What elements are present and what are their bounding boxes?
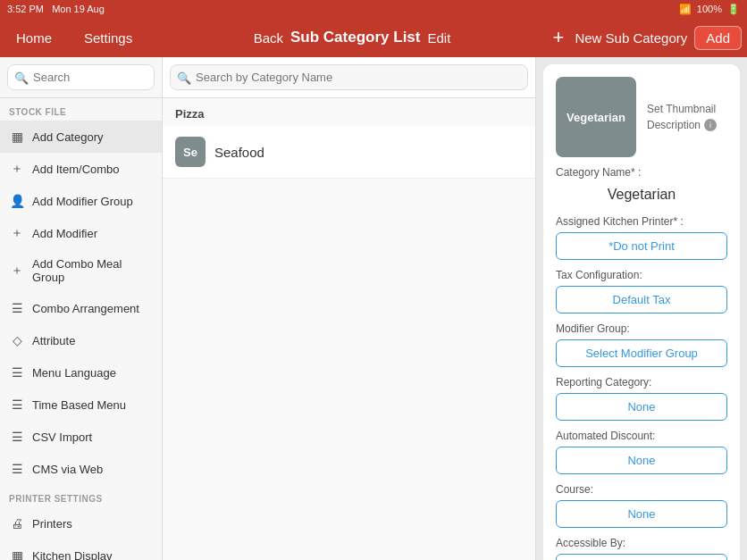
sidebar-item-printers[interactable]: 🖨 Printers bbox=[0, 507, 162, 539]
sidebar-item-csv-import[interactable]: ☰ CSV Import bbox=[0, 421, 162, 453]
category-name-display: Vegetarian bbox=[556, 183, 727, 206]
category-item-seafood[interactable]: Se Seafood bbox=[163, 126, 535, 179]
accessible-by-button[interactable]: All Account bbox=[556, 554, 727, 560]
reporting-category-button[interactable]: None bbox=[556, 393, 727, 421]
thumbnail-section: Vegetarian Set Thumbnail Description i bbox=[556, 77, 727, 157]
settings-button[interactable]: Settings bbox=[77, 27, 139, 49]
course-label: Course: bbox=[556, 483, 727, 496]
right-panel: Vegetarian Set Thumbnail Description i C… bbox=[536, 57, 747, 560]
middle-search-input[interactable] bbox=[170, 64, 528, 90]
add-modifier-icon: ＋ bbox=[9, 225, 25, 241]
add-button[interactable]: Add bbox=[694, 26, 742, 50]
modifier-group-label: Modifier Group: bbox=[556, 322, 727, 335]
info-icon: i bbox=[704, 119, 717, 131]
auto-discount-label: Automated Discount: bbox=[556, 430, 727, 442]
reporting-category-label: Reporting Category: bbox=[556, 376, 727, 389]
search-icon: 🔍 bbox=[14, 71, 29, 84]
add-modifier-group-icon: 👤 bbox=[9, 193, 25, 209]
category-name-field: Category Name* : Vegetarian bbox=[556, 166, 727, 206]
tax-config-label: Tax Configuration: bbox=[556, 269, 727, 281]
add-category-icon: ▦ bbox=[9, 129, 25, 145]
accessible-by-field: Accessible By: All Account bbox=[556, 537, 727, 560]
sidebar-item-add-category[interactable]: ▦ Add Category bbox=[0, 121, 162, 153]
modifier-group-field: Modifier Group: Select Modifier Group bbox=[556, 322, 727, 367]
course-field: Course: None bbox=[556, 483, 727, 528]
wifi-icon: 📶 bbox=[679, 4, 692, 15]
auto-discount-button[interactable]: None bbox=[556, 447, 727, 474]
course-button[interactable]: None bbox=[556, 500, 727, 528]
add-combo-meal-icon: ＋ bbox=[9, 263, 25, 279]
middle-search-area: 🔍 bbox=[163, 57, 535, 98]
battery-icon: 🔋 bbox=[727, 4, 740, 15]
assigned-printer-button[interactable]: *Do not Print bbox=[556, 232, 727, 260]
status-bar: 3:52 PM Mon 19 Aug 📶 100% 🔋 bbox=[0, 0, 747, 18]
printer-settings-label: PRINTER SETTINGS bbox=[0, 485, 162, 507]
nav-mid: Back Sub Category List Edit bbox=[163, 27, 541, 49]
nav-left: Home Settings bbox=[0, 27, 163, 49]
sidebar: 🔍 STOCK FILE ▦ Add Category ＋ Add Item/C… bbox=[0, 57, 163, 560]
sidebar-item-add-item-combo[interactable]: ＋ Add Item/Combo bbox=[0, 153, 162, 185]
middle-search-icon: 🔍 bbox=[177, 71, 191, 84]
accessible-by-label: Accessible By: bbox=[556, 537, 727, 549]
sidebar-search-input[interactable] bbox=[7, 64, 155, 90]
sidebar-section-printer: PRINTER SETTINGS 🖨 Printers ▦ Kitchen Di… bbox=[0, 485, 162, 560]
sidebar-item-time-based-menu[interactable]: ☰ Time Based Menu bbox=[0, 389, 162, 421]
nav-right: + New Sub Category Add bbox=[541, 26, 747, 50]
sidebar-item-add-modifier-group[interactable]: 👤 Add Modifier Group bbox=[0, 185, 162, 217]
description-label: Description i bbox=[647, 119, 717, 131]
assigned-printer-field: Assigned Kitchen Printer* : *Do not Prin… bbox=[556, 215, 727, 260]
sidebar-item-attribute[interactable]: ◇ Attribute bbox=[0, 324, 162, 356]
add-item-combo-icon: ＋ bbox=[9, 161, 25, 177]
right-panel-inner: Vegetarian Set Thumbnail Description i C… bbox=[543, 64, 740, 560]
sidebar-item-kitchen-display[interactable]: ▦ Kitchen Display bbox=[0, 539, 162, 560]
sidebar-item-add-combo-meal[interactable]: ＋ Add Combo Meal Group bbox=[0, 249, 162, 292]
nav-title: Sub Category List bbox=[290, 29, 420, 46]
category-badge-seafood: Se bbox=[175, 137, 206, 167]
sidebar-item-add-modifier[interactable]: ＋ Add Modifier bbox=[0, 217, 162, 249]
category-group-label: Pizza bbox=[163, 98, 535, 126]
middle-panel: 🔍 Pizza Se Seafood bbox=[163, 57, 536, 560]
sidebar-section-stock: STOCK FILE ▦ Add Category ＋ Add Item/Com… bbox=[0, 98, 162, 485]
home-button[interactable]: Home bbox=[9, 27, 59, 49]
csv-import-icon: ☰ bbox=[9, 429, 25, 445]
kitchen-display-icon: ▦ bbox=[9, 547, 25, 560]
sidebar-search-area: 🔍 bbox=[0, 57, 162, 98]
thumbnail-box[interactable]: Vegetarian bbox=[556, 77, 636, 157]
thumbnail-meta: Set Thumbnail Description i bbox=[647, 103, 717, 131]
main-layout: 🔍 STOCK FILE ▦ Add Category ＋ Add Item/C… bbox=[0, 57, 747, 560]
combo-arrangement-icon: ☰ bbox=[9, 300, 25, 316]
reporting-category-field: Reporting Category: None bbox=[556, 376, 727, 421]
new-sub-label: New Sub Category bbox=[575, 30, 687, 46]
plus-icon[interactable]: + bbox=[553, 26, 565, 49]
status-time: 3:52 PM Mon 19 Aug bbox=[7, 4, 105, 14]
edit-button[interactable]: Edit bbox=[420, 27, 457, 49]
stock-file-label: STOCK FILE bbox=[0, 98, 162, 121]
printers-icon: 🖨 bbox=[9, 515, 25, 531]
sidebar-item-cms-via-web[interactable]: ☰ CMS via Web bbox=[0, 453, 162, 485]
menu-language-icon: ☰ bbox=[9, 364, 25, 380]
modifier-group-button[interactable]: Select Modifier Group bbox=[556, 339, 727, 367]
battery-label: 100% bbox=[697, 4, 722, 14]
tax-config-field: Tax Configuration: Default Tax bbox=[556, 269, 727, 313]
attribute-icon: ◇ bbox=[9, 332, 25, 348]
category-name-seafood: Seafood bbox=[214, 145, 264, 160]
category-name-label: Category Name* : bbox=[556, 166, 727, 179]
set-thumbnail-label: Set Thumbnail bbox=[647, 103, 717, 115]
back-button[interactable]: Back bbox=[247, 27, 290, 49]
cms-via-web-icon: ☰ bbox=[9, 461, 25, 477]
assigned-printer-label: Assigned Kitchen Printer* : bbox=[556, 215, 727, 228]
tax-config-button[interactable]: Default Tax bbox=[556, 286, 727, 313]
time-based-menu-icon: ☰ bbox=[9, 397, 25, 413]
sidebar-item-menu-language[interactable]: ☰ Menu Language bbox=[0, 356, 162, 389]
auto-discount-field: Automated Discount: None bbox=[556, 430, 727, 474]
nav-bar: Home Settings Back Sub Category List Edi… bbox=[0, 18, 747, 57]
status-right: 📶 100% 🔋 bbox=[679, 4, 740, 15]
sidebar-item-combo-arrangement[interactable]: ☰ Combo Arrangement bbox=[0, 292, 162, 324]
